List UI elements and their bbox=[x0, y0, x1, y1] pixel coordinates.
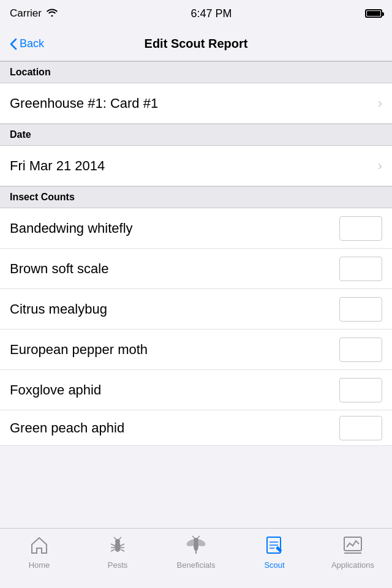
insect-count-row: Foxglove aphid bbox=[0, 370, 392, 410]
insect-count-label: Bandedwing whitefly bbox=[10, 221, 133, 236]
back-label: Back bbox=[20, 37, 44, 50]
location-section-header: Location bbox=[0, 61, 392, 83]
date-chevron-icon: › bbox=[378, 158, 382, 174]
date-row[interactable]: Fri Mar 21 2014 › bbox=[0, 146, 392, 186]
insect-count-input[interactable] bbox=[339, 216, 382, 241]
insect-count-row: Green peach aphid bbox=[0, 410, 392, 446]
location-chevron-icon: › bbox=[378, 96, 382, 111]
pests-icon bbox=[105, 533, 130, 558]
nav-bar: Back Edit Scout Report bbox=[0, 27, 392, 61]
battery-area bbox=[365, 9, 382, 18]
insect-count-label: Brown soft scale bbox=[10, 261, 108, 277]
tab-beneficials[interactable]: Beneficials bbox=[157, 533, 235, 570]
scout-icon bbox=[262, 533, 287, 558]
location-value: Greenhouse #1: Card #1 bbox=[10, 96, 158, 111]
svg-line-4 bbox=[111, 549, 115, 551]
date-value: Fri Mar 21 2014 bbox=[10, 158, 105, 174]
carrier-label: Carrier bbox=[10, 7, 42, 20]
insect-count-label: Green peach aphid bbox=[10, 420, 124, 436]
time-label: 6:47 PM bbox=[190, 7, 232, 20]
tab-beneficials-label: Beneficials bbox=[177, 560, 216, 570]
wifi-icon bbox=[47, 7, 58, 20]
insect-rows-container: Bandedwing whiteflyBrown soft scaleCitru… bbox=[0, 208, 392, 446]
insect-count-input[interactable] bbox=[339, 297, 382, 322]
insect-count-label: Citrus mealybug bbox=[10, 301, 107, 317]
insect-count-row: Citrus mealybug bbox=[0, 289, 392, 330]
page-title: Edit Scout Report bbox=[145, 37, 248, 51]
applications-icon bbox=[341, 533, 365, 558]
svg-rect-21 bbox=[276, 546, 282, 552]
back-chevron-icon bbox=[10, 38, 17, 50]
svg-line-15 bbox=[197, 536, 200, 538]
home-icon bbox=[27, 533, 51, 558]
insect-count-label: Foxglove aphid bbox=[10, 382, 101, 398]
insect-count-row: Brown soft scale bbox=[0, 249, 392, 289]
svg-line-14 bbox=[192, 536, 195, 538]
insect-count-label: European pepper moth bbox=[10, 342, 148, 358]
status-bar: Carrier 6:47 PM bbox=[0, 0, 392, 27]
insect-count-input[interactable] bbox=[339, 337, 382, 362]
svg-line-7 bbox=[121, 549, 124, 551]
insect-counts-section-header: Insect Counts bbox=[0, 186, 392, 208]
tab-scout-label: Scout bbox=[264, 560, 284, 570]
insect-count-input[interactable] bbox=[339, 416, 382, 440]
beneficials-icon bbox=[184, 533, 208, 558]
tab-applications-label: Applications bbox=[331, 560, 374, 570]
carrier-wifi: Carrier bbox=[10, 7, 58, 20]
main-content: Location Greenhouse #1: Card #1 › Date F… bbox=[0, 61, 392, 528]
location-row[interactable]: Greenhouse #1: Card #1 › bbox=[0, 83, 392, 124]
svg-line-2 bbox=[111, 544, 115, 546]
insect-count-input[interactable] bbox=[339, 378, 382, 402]
tab-scout[interactable]: Scout bbox=[235, 533, 314, 570]
tab-home[interactable]: Home bbox=[0, 533, 78, 570]
svg-line-9 bbox=[119, 537, 121, 540]
battery-icon bbox=[365, 9, 382, 18]
tab-pests-label: Pests bbox=[108, 560, 128, 570]
back-button[interactable]: Back bbox=[10, 37, 44, 50]
tab-home-label: Home bbox=[29, 560, 50, 570]
svg-line-8 bbox=[114, 537, 116, 540]
insect-count-input[interactable] bbox=[339, 257, 382, 281]
tab-pests[interactable]: Pests bbox=[78, 533, 157, 570]
tab-applications[interactable]: Applications bbox=[314, 533, 392, 570]
insect-count-row: European pepper moth bbox=[0, 330, 392, 370]
date-section-header: Date bbox=[0, 124, 392, 146]
insect-count-row: Bandedwing whitefly bbox=[0, 208, 392, 249]
svg-line-5 bbox=[121, 544, 124, 546]
tab-bar: Home Pests bbox=[0, 528, 392, 588]
